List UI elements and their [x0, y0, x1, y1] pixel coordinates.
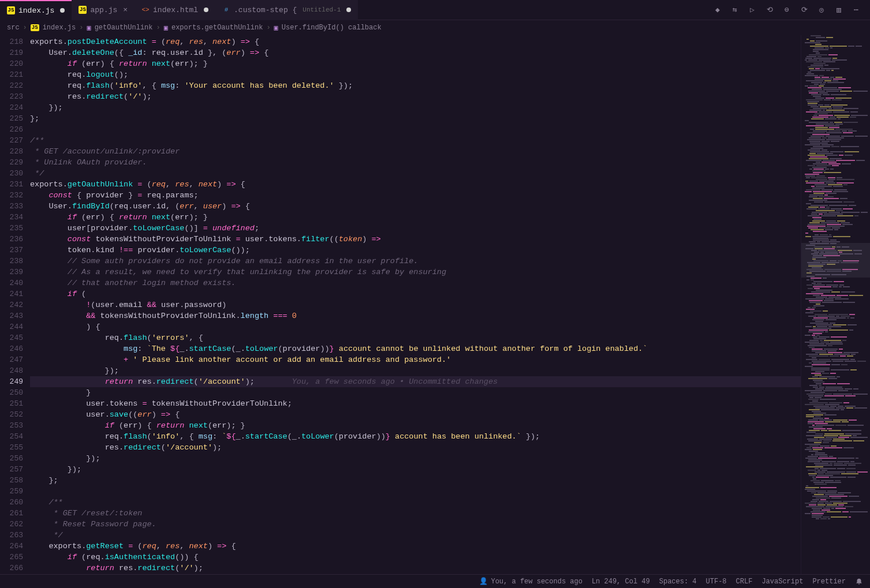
code-line[interactable]: [30, 124, 801, 135]
line-number[interactable]: 237: [0, 245, 23, 256]
code-line[interactable]: if (err) { return next(err); }: [30, 58, 801, 69]
code-line[interactable]: exports.getReset = (req, res, next) => {: [30, 541, 801, 552]
line-number[interactable]: 255: [0, 442, 23, 453]
line-number[interactable]: 238: [0, 256, 23, 267]
compare-icon[interactable]: ⇆: [730, 5, 740, 14]
line-number[interactable]: 223: [0, 91, 23, 102]
code-line[interactable]: if (req.isAuthenticated()) {: [30, 552, 801, 563]
code-line[interactable]: user.tokens = tokensWithoutProviderToUnl…: [30, 398, 801, 409]
line-number[interactable]: 259: [0, 486, 23, 497]
code-line[interactable]: };: [30, 475, 801, 486]
code-line[interactable]: res.redirect('/');: [30, 91, 801, 102]
code-line[interactable]: }: [30, 387, 801, 398]
line-number[interactable]: 258: [0, 475, 23, 486]
line-number[interactable]: 264: [0, 541, 23, 552]
code-line[interactable]: */: [30, 168, 801, 179]
split-editor-icon[interactable]: ▥: [834, 5, 843, 14]
code-line[interactable]: + ' Please link another account or add a…: [30, 354, 801, 365]
tab--custom-step-[interactable]: #.custom-step {Untitled-1: [215, 0, 358, 20]
line-number[interactable]: 226: [0, 124, 23, 135]
line-number[interactable]: 244: [0, 321, 23, 332]
tab-app-js[interactable]: JSapp.js×: [72, 0, 135, 20]
diamond-icon[interactable]: ◆: [713, 5, 722, 14]
code-line[interactable]: * Unlink OAuth provider.: [30, 157, 801, 168]
code-line[interactable]: /**: [30, 135, 801, 146]
code-line[interactable]: // Some auth providers do not provide an…: [30, 256, 801, 267]
code-line[interactable]: User.findById(req.user.id, (err, user) =…: [30, 201, 801, 212]
line-number[interactable]: 246: [0, 343, 23, 354]
code-line[interactable]: /**: [30, 497, 801, 508]
status-eol[interactable]: CRLF: [736, 578, 753, 586]
code-line[interactable]: token.kind !== provider.toLowerCase());: [30, 245, 801, 256]
line-number[interactable]: 234: [0, 212, 23, 223]
line-number[interactable]: 257: [0, 464, 23, 475]
line-number[interactable]: 236: [0, 234, 23, 245]
code-line[interactable]: const { provider } = req.params;: [30, 190, 801, 201]
breadcrumb-symbol[interactable]: User.findById() callback: [282, 24, 382, 32]
more-icon[interactable]: ⋯: [852, 5, 861, 14]
code-line[interactable]: });: [30, 102, 801, 113]
target-icon[interactable]: ◎: [817, 5, 826, 14]
code-line[interactable]: return res.redirect('/');: [30, 563, 801, 574]
line-number[interactable]: 265: [0, 552, 23, 563]
line-number[interactable]: 243: [0, 310, 23, 321]
code-line[interactable]: if (err) { return next(err); }: [30, 420, 801, 431]
code-line[interactable]: user.save((err) => {: [30, 409, 801, 420]
code-line[interactable]: msg: `The ${_.startCase(_.toLower(provid…: [30, 343, 801, 354]
line-number[interactable]: 220: [0, 58, 23, 69]
code-line[interactable]: User.deleteOne({ _id: req.user.id }, (er…: [30, 47, 801, 58]
line-number[interactable]: 239: [0, 267, 23, 278]
line-number[interactable]: 222: [0, 80, 23, 91]
tab-index-html[interactable]: <>index.html: [135, 0, 215, 20]
code-line[interactable]: // that another login method exists.: [30, 278, 801, 289]
code-line[interactable]: */: [30, 530, 801, 541]
line-number[interactable]: 245: [0, 332, 23, 343]
line-number[interactable]: 242: [0, 299, 23, 310]
breadcrumb-folder[interactable]: src: [7, 24, 20, 32]
code-line[interactable]: if (err) { return next(err); }: [30, 212, 801, 223]
line-number[interactable]: 221: [0, 69, 23, 80]
status-encoding[interactable]: UTF-8: [706, 578, 727, 586]
breadcrumb-symbol[interactable]: getOauthUnlink: [95, 24, 153, 32]
line-number[interactable]: 251: [0, 398, 23, 409]
code-line[interactable]: const tokensWithoutProviderToUnlink = us…: [30, 234, 801, 245]
code-line[interactable]: // As a result, we need to verify that u…: [30, 267, 801, 278]
code-line[interactable]: });: [30, 464, 801, 475]
line-number[interactable]: 227: [0, 135, 23, 146]
line-number[interactable]: 249: [0, 376, 23, 387]
line-number[interactable]: 254: [0, 431, 23, 442]
tab-index-js[interactable]: JSindex.js: [0, 0, 72, 20]
commit-forward-icon[interactable]: ⟳: [800, 5, 809, 14]
line-number[interactable]: 247: [0, 354, 23, 365]
code-area[interactable]: exports.postDeleteAccount = (req, res, n…: [30, 35, 801, 574]
code-line[interactable]: req.flash('errors', {: [30, 332, 801, 343]
minimap[interactable]: [801, 35, 870, 574]
code-line[interactable]: if (: [30, 289, 801, 299]
line-number[interactable]: 218: [0, 36, 23, 47]
code-line[interactable]: req.flash('info', { msg: 'Your account h…: [30, 80, 801, 91]
line-number[interactable]: 266: [0, 563, 23, 574]
line-number[interactable]: 224: [0, 102, 23, 113]
minimap-viewport[interactable]: [801, 243, 870, 278]
line-number[interactable]: 250: [0, 387, 23, 398]
run-icon[interactable]: ▷: [748, 5, 757, 14]
status-language[interactable]: JavaScript: [761, 578, 803, 586]
code-line[interactable]: !(user.email && user.password): [30, 299, 801, 310]
code-line[interactable]: });: [30, 453, 801, 464]
code-line[interactable]: req.logout();: [30, 69, 801, 80]
code-line[interactable]: res.redirect('/account');: [30, 442, 801, 453]
code-line[interactable]: req.flash('info', { msg: `${_.startCase(…: [30, 431, 801, 442]
notifications-bell-icon[interactable]: [855, 578, 863, 586]
line-number[interactable]: 260: [0, 497, 23, 508]
line-number[interactable]: 240: [0, 278, 23, 289]
line-number[interactable]: 262: [0, 519, 23, 530]
close-icon[interactable]: ×: [123, 6, 128, 14]
breadcrumb-symbol[interactable]: exports.getOauthUnlink: [171, 24, 263, 32]
line-number[interactable]: 229: [0, 157, 23, 168]
status-formatter[interactable]: Prettier: [812, 578, 846, 586]
code-line[interactable]: * GET /reset/:token: [30, 508, 801, 519]
code-line[interactable]: exports.postDeleteAccount = (req, res, n…: [30, 36, 801, 47]
line-number[interactable]: 252: [0, 409, 23, 420]
line-number[interactable]: 219: [0, 47, 23, 58]
line-number[interactable]: 241: [0, 289, 23, 299]
